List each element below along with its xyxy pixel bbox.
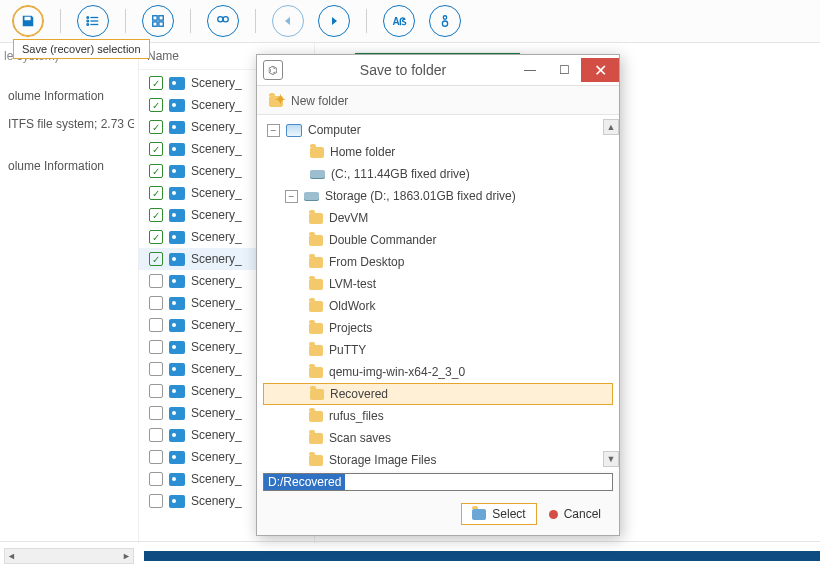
dialog-titlebar[interactable]: ⌬ Save to folder — ☐ ✕: [257, 55, 619, 86]
new-folder-icon: ✦: [269, 96, 283, 107]
checkbox[interactable]: ✓: [149, 274, 163, 288]
folder-icon: [310, 389, 324, 400]
tree-node-folder[interactable]: PuTTY: [263, 339, 613, 361]
tree-label: From Desktop: [329, 255, 404, 269]
tree-label: OldWork: [329, 299, 375, 313]
image-icon: [169, 407, 185, 420]
separator: [125, 9, 126, 33]
checkbox[interactable]: ✓: [149, 472, 163, 486]
left-row[interactable]: olume Information: [8, 89, 134, 103]
tree-node-folder[interactable]: From Desktop: [263, 251, 613, 273]
checkbox[interactable]: ✓: [149, 340, 163, 354]
save-button[interactable]: [12, 5, 44, 37]
checkbox[interactable]: ✓: [149, 428, 163, 442]
file-name: Scenery_: [191, 142, 242, 156]
left-row[interactable]: olume Information: [8, 159, 134, 173]
left-row[interactable]: ITFS file system; 2.73 GB in: [8, 117, 134, 131]
checkbox[interactable]: ✓: [149, 362, 163, 376]
file-name: Scenery_: [191, 120, 242, 134]
file-name: Scenery_: [191, 98, 242, 112]
image-icon: [169, 385, 185, 398]
file-name: Scenery_: [191, 252, 242, 266]
h-scrollbar[interactable]: ◄►: [4, 548, 134, 564]
image-icon: [169, 451, 185, 464]
tree-node-folder[interactable]: DevVM: [263, 207, 613, 229]
file-name: Scenery_: [191, 296, 242, 310]
tree-scrollbar[interactable]: ▲ ▼: [603, 119, 617, 467]
image-icon: [169, 319, 185, 332]
tree-node-folder[interactable]: OldWork: [263, 295, 613, 317]
maximize-button[interactable]: ☐: [547, 58, 581, 82]
text-options-button[interactable]: Aẞ: [383, 5, 415, 37]
path-value: D:/Recovered: [264, 474, 345, 490]
computer-icon: [286, 124, 302, 137]
grid-button[interactable]: [142, 5, 174, 37]
checkbox[interactable]: ✓: [149, 406, 163, 420]
tree-node-folder[interactable]: rufus_files: [263, 405, 613, 427]
file-name: Scenery_: [191, 76, 242, 90]
close-button[interactable]: ✕: [581, 58, 619, 82]
toolbar: Aẞ: [0, 0, 820, 43]
minimize-button[interactable]: —: [513, 58, 547, 82]
checkbox[interactable]: ✓: [149, 296, 163, 310]
tree-node-folder[interactable]: Recovered: [263, 383, 613, 405]
tree-node-d-drive[interactable]: − Storage (D:, 1863.01GB fixed drive): [263, 185, 613, 207]
list-button[interactable]: [77, 5, 109, 37]
folder-icon: [309, 301, 323, 312]
accounts-button[interactable]: [429, 5, 461, 37]
checkbox[interactable]: ✓: [149, 142, 163, 156]
separator: [190, 9, 191, 33]
tree-label: Recovered: [330, 387, 388, 401]
svg-rect-6: [153, 16, 157, 20]
tree-node-folder[interactable]: LVM-test: [263, 273, 613, 295]
tree-node-c-drive[interactable]: · (C:, 111.44GB fixed drive): [263, 163, 613, 185]
tooltip-save: Save (recover) selection: [13, 39, 150, 59]
tree-node-folder[interactable]: Scan saves: [263, 427, 613, 449]
path-input[interactable]: D:/Recovered: [263, 473, 613, 491]
svg-point-4: [87, 20, 89, 22]
cancel-button[interactable]: Cancel: [549, 507, 601, 521]
next-button[interactable]: [318, 5, 350, 37]
checkbox[interactable]: ✓: [149, 208, 163, 222]
tree-node-folder[interactable]: Double Commander: [263, 229, 613, 251]
collapse-icon[interactable]: −: [285, 190, 298, 203]
checkbox[interactable]: ✓: [149, 318, 163, 332]
new-folder-button[interactable]: ✦ New folder: [257, 86, 619, 115]
checkbox[interactable]: ✓: [149, 120, 163, 134]
prev-button[interactable]: [272, 5, 304, 37]
scroll-up-icon[interactable]: ▲: [603, 119, 619, 135]
image-icon: [169, 77, 185, 90]
checkbox[interactable]: ✓: [149, 450, 163, 464]
image-icon: [169, 253, 185, 266]
scroll-down-icon[interactable]: ▼: [603, 451, 619, 467]
select-label: Select: [492, 507, 525, 521]
file-name: Scenery_: [191, 318, 242, 332]
file-name: Scenery_: [191, 208, 242, 222]
checkbox[interactable]: ✓: [149, 186, 163, 200]
file-name: Scenery_: [191, 472, 242, 486]
search-button[interactable]: [207, 5, 239, 37]
tree-label: Double Commander: [329, 233, 436, 247]
tree-node-home[interactable]: · Home folder: [263, 141, 613, 163]
separator: [255, 9, 256, 33]
checkbox[interactable]: ✓: [149, 252, 163, 266]
select-button[interactable]: Select: [461, 503, 536, 525]
tree-node-folder[interactable]: Storage Image Files: [263, 449, 613, 471]
tree-node-folder[interactable]: qemu-img-win-x64-2_3_0: [263, 361, 613, 383]
tree-label: Storage (D:, 1863.01GB fixed drive): [325, 189, 516, 203]
folder-icon: [309, 213, 323, 224]
file-name: Scenery_: [191, 362, 242, 376]
checkbox[interactable]: ✓: [149, 164, 163, 178]
collapse-icon[interactable]: −: [267, 124, 280, 137]
tree-node-folder[interactable]: Projects: [263, 317, 613, 339]
expand-none: ·: [293, 169, 304, 180]
file-name: Scenery_: [191, 230, 242, 244]
checkbox[interactable]: ✓: [149, 494, 163, 508]
svg-point-3: [87, 17, 89, 19]
tree-node-computer[interactable]: − Computer: [263, 119, 613, 141]
checkbox[interactable]: ✓: [149, 384, 163, 398]
checkbox[interactable]: ✓: [149, 230, 163, 244]
checkbox[interactable]: ✓: [149, 76, 163, 90]
left-panel: le system) olume Information ITFS file s…: [0, 43, 139, 543]
checkbox[interactable]: ✓: [149, 98, 163, 112]
